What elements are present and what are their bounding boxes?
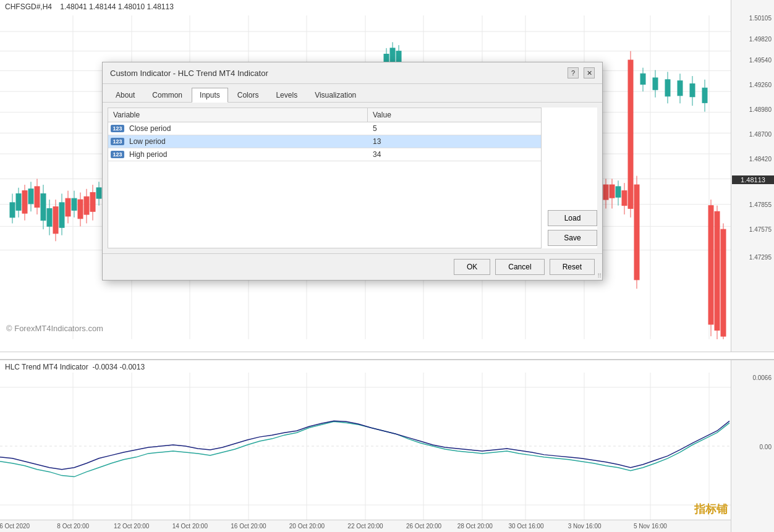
cancel-button[interactable]: Cancel (495, 259, 544, 275)
ok-button[interactable]: OK (454, 259, 490, 275)
time-label-6: 20 Oct 20:00 (289, 523, 325, 530)
row-name-close: Close period (127, 122, 368, 135)
time-label-12: 5 Nov 16:00 (634, 523, 667, 530)
dialog-tabs: About Common Inputs Colors Levels Visual… (103, 84, 602, 103)
time-label-7: 22 Oct 20:00 (347, 523, 383, 530)
tab-inputs[interactable]: Inputs (192, 88, 228, 103)
tab-colors[interactable]: Colors (229, 88, 267, 102)
dialog-title: Custom Indicator - HLC Trend MT4 Indicat… (110, 69, 268, 78)
tab-about[interactable]: About (108, 88, 143, 102)
time-label-4: 14 Oct 20:00 (172, 523, 208, 530)
time-label-1: 6 Oct 2020 (0, 523, 30, 530)
time-label-10: 30 Oct 16:00 (508, 523, 543, 530)
dialog-title-bar: Custom Indicator - HLC Trend MT4 Indicat… (103, 62, 602, 84)
load-button[interactable]: Load (548, 210, 597, 226)
row-value-low[interactable]: 13 (368, 135, 541, 148)
dialog-controls: ? ✕ (568, 67, 595, 78)
close-button[interactable]: ✕ (584, 67, 595, 78)
row-name-low: Low period (127, 135, 368, 148)
time-label-2: 8 Oct 20:00 (57, 523, 89, 530)
col-value: Value (368, 108, 541, 122)
tab-levels[interactable]: Levels (268, 88, 305, 102)
row-value-high[interactable]: 34 (368, 148, 541, 161)
resize-handle[interactable]: ⠿ (595, 272, 602, 280)
time-label-5: 16 Oct 20:00 (231, 523, 266, 530)
row-icon-close: 123 (108, 125, 127, 132)
side-buttons: Load Save (548, 108, 597, 248)
row-icon-low: 123 (108, 138, 127, 145)
tab-visualization[interactable]: Visualization (307, 88, 364, 102)
dialog: Custom Indicator - HLC Trend MT4 Indicat… (102, 62, 603, 281)
table-header: Variable Value (108, 108, 541, 122)
reset-button[interactable]: Reset (550, 259, 595, 275)
indicator-name: HLC Trend MT4 Indicator (5, 363, 90, 371)
indicator-values: -0.0034 -0.0013 (92, 363, 145, 371)
table-row[interactable]: 123 Close period 5 (108, 122, 541, 135)
time-label-8: 26 Oct 20:00 (406, 523, 441, 530)
indicator-header: HLC Trend MT4 Indicator -0.0034 -0.0013 (5, 363, 145, 371)
help-button[interactable]: ? (568, 67, 579, 78)
time-label-3: 12 Oct 20:00 (114, 523, 149, 530)
bottom-price-zero: 0.00 (760, 444, 772, 450)
bottom-chart: HLC Trend MT4 Indicator -0.0034 -0.0013 (0, 359, 774, 532)
time-axis: 6 Oct 2020 8 Oct 20:00 12 Oct 20:00 14 O… (0, 520, 731, 532)
time-label-9: 28 Oct 20:00 (457, 523, 493, 530)
table-row[interactable]: 123 High period 34 (108, 148, 541, 161)
dialog-footer: OK Cancel Reset (103, 253, 602, 280)
save-button[interactable]: Save (548, 230, 597, 246)
row-name-high: High period (127, 148, 368, 161)
table-row-selected[interactable]: 123 Low period 13 (108, 135, 541, 148)
indicator-chart-svg (0, 373, 731, 520)
dialog-body: Variable Value 123 Close period 5 123 Lo… (108, 108, 597, 248)
inputs-table: Variable Value 123 Close period 5 123 Lo… (108, 108, 542, 248)
time-label-11: 3 Nov 16:00 (568, 523, 602, 530)
tab-common[interactable]: Common (144, 88, 190, 102)
col-variable: Variable (108, 108, 368, 122)
logo-watermark: 指标铺 (694, 502, 728, 517)
table-empty-area (108, 161, 541, 248)
row-icon-high: 123 (108, 151, 127, 158)
bottom-price-high: 0.0066 (752, 374, 772, 381)
modal-overlay: Custom Indicator - HLC Trend MT4 Indicat… (0, 0, 774, 352)
bottom-price-axis: 0.0066 0.00 (731, 360, 774, 532)
row-value-close[interactable]: 5 (368, 122, 541, 135)
chart-container: CHFSGD#,H4 1.48041 1.48144 1.48010 1.481… (0, 0, 774, 532)
